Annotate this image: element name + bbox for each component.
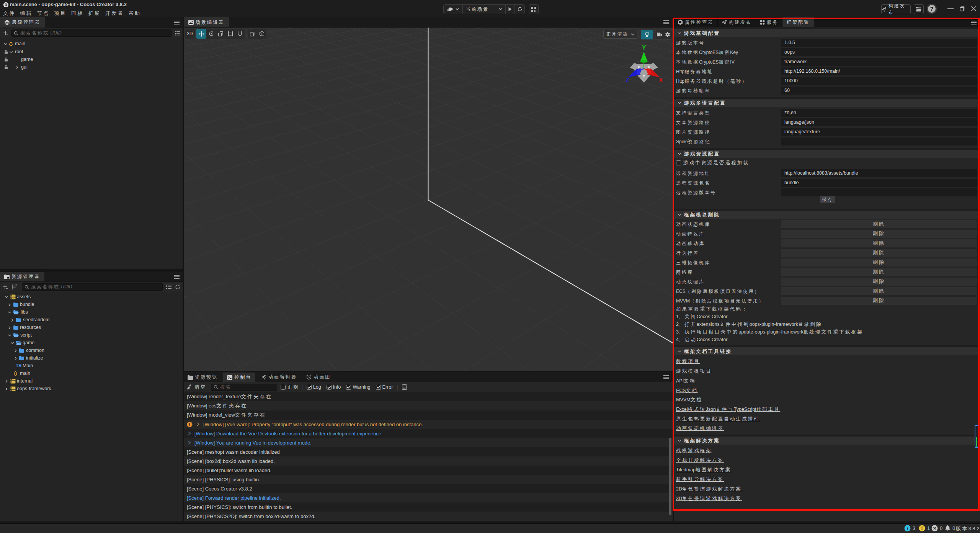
svg-text:Y: Y xyxy=(642,45,646,51)
svg-text:X: X xyxy=(659,77,663,83)
svg-text:Z: Z xyxy=(626,77,629,83)
